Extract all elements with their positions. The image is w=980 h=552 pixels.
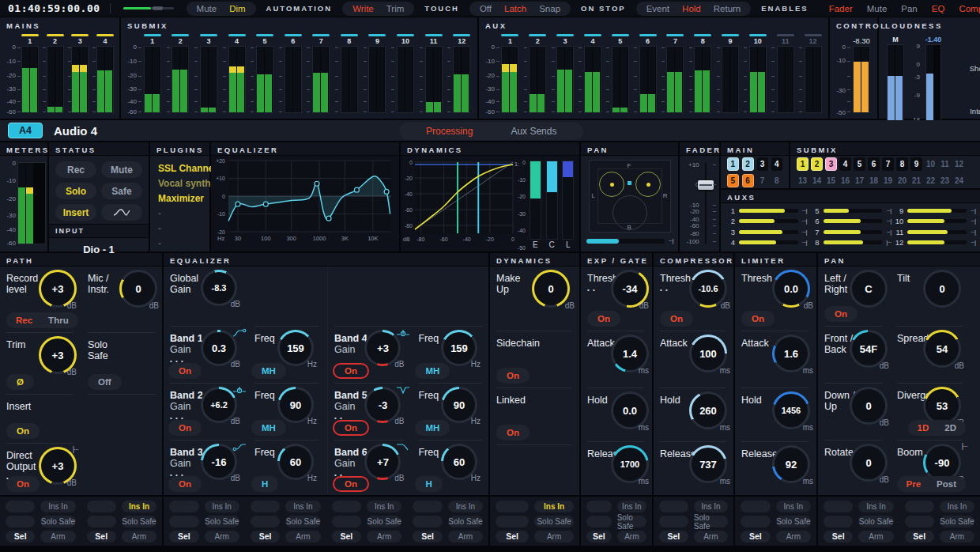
submix-assign-button-9[interactable]: 9: [910, 157, 922, 171]
submix-assign-button-14[interactable]: 14: [811, 174, 823, 187]
insert-in-button[interactable]: [169, 501, 199, 512]
select-button[interactable]: Sel: [6, 531, 35, 543]
plugin-slot-3[interactable]: Maximizer: [158, 192, 202, 206]
solo-safe-indicator[interactable]: Solo Safe: [940, 516, 974, 527]
submix-assign-button-15[interactable]: 15: [825, 174, 837, 187]
submix-assign-button-4[interactable]: 4: [839, 157, 851, 171]
arm-button[interactable]: Arm: [858, 531, 893, 543]
aux-send-level[interactable]: [824, 209, 883, 213]
insert-in-indicator[interactable]: Ins In: [617, 501, 646, 512]
main-assign-button-7[interactable]: 7: [757, 174, 768, 187]
arm-button[interactable]: Arm: [285, 531, 320, 543]
aux-send-level[interactable]: [739, 209, 798, 213]
pan-diverge-1d[interactable]: 1D: [910, 423, 937, 433]
direct-output-button[interactable]: On: [6, 476, 40, 492]
solo-safe-indicator[interactable]: Solo Safe: [367, 516, 401, 527]
record-level-rec[interactable]: Rec: [8, 316, 40, 325]
band-1-range-button[interactable]: MH: [251, 363, 286, 379]
band-6-on-button[interactable]: On: [333, 476, 369, 492]
touch-mode-latch[interactable]: Latch: [498, 3, 533, 14]
solo-safe-indicator[interactable]: Solo Safe: [285, 516, 320, 527]
status-solo-button[interactable]: Solo: [55, 183, 96, 199]
arm-button[interactable]: Arm: [940, 531, 974, 543]
solo-safe-indicator[interactable]: Solo Safe: [776, 516, 811, 527]
insert-in-button[interactable]: [741, 501, 771, 512]
band-6-range-button[interactable]: H: [415, 476, 442, 492]
aux-send-level[interactable]: [824, 230, 883, 234]
select-button[interactable]: Sel: [87, 531, 116, 543]
waveform-icon-button[interactable]: [101, 204, 142, 221]
solo-safe-button[interactable]: [169, 516, 199, 527]
aux-send-level[interactable]: [739, 219, 798, 223]
pan-position-field[interactable]: FBLR: [589, 160, 671, 233]
solo-safe-indicator[interactable]: Solo Safe: [534, 516, 574, 527]
insert-in-indicator[interactable]: Ins In: [205, 501, 239, 512]
submix-assign-button-1[interactable]: 1: [797, 157, 808, 171]
insert-in-button[interactable]: [496, 501, 529, 512]
plugin-slot-1[interactable]: SSL Channel: [158, 162, 202, 176]
band-1-on-button[interactable]: On: [168, 363, 202, 379]
submix-assign-button-17[interactable]: 17: [854, 174, 865, 187]
solo-safe-button[interactable]: [659, 516, 688, 527]
arm-button[interactable]: Arm: [694, 531, 728, 543]
insert-in-indicator[interactable]: Ins In: [940, 501, 974, 512]
insert-in-indicator[interactable]: Ins In: [40, 501, 75, 512]
submix-assign-button-13[interactable]: 13: [797, 174, 808, 187]
submix-assign-button-7[interactable]: 7: [882, 157, 894, 171]
enables-mute[interactable]: Mute: [861, 3, 894, 14]
solo-safe-button[interactable]: [251, 516, 281, 527]
submix-assign-button-18[interactable]: 18: [868, 174, 880, 187]
solo-safe-button[interactable]: [741, 516, 771, 527]
automation-mode-write[interactable]: Write: [346, 3, 380, 14]
insert-in-indicator[interactable]: Ins In: [534, 501, 574, 512]
plugin-slot-4[interactable]: -: [158, 207, 202, 221]
record-level-thru[interactable]: Thru: [40, 316, 77, 325]
band-2-on-button[interactable]: On: [168, 420, 202, 436]
solo-safe-button[interactable]: [413, 516, 443, 527]
main-assign-button-2[interactable]: 2: [742, 157, 754, 171]
arm-button[interactable]: Arm: [534, 531, 574, 543]
insert-in-button[interactable]: [6, 501, 35, 512]
monitor-level-slider[interactable]: [123, 7, 174, 9]
main-assign-button-1[interactable]: 1: [727, 157, 739, 171]
insert-in-button[interactable]: [251, 501, 281, 512]
main-assign-button-4[interactable]: 4: [771, 157, 782, 171]
solo-safe-button[interactable]: [87, 516, 116, 527]
select-button[interactable]: Sel: [332, 531, 362, 543]
submix-assign-button-19[interactable]: 19: [882, 174, 894, 187]
enables-eq[interactable]: EQ: [925, 3, 952, 14]
band-5-on-button[interactable]: On: [333, 420, 369, 436]
pan-slider[interactable]: [586, 239, 665, 244]
solo-safe-button[interactable]: Off: [88, 374, 122, 390]
select-button[interactable]: Sel: [251, 531, 281, 543]
arm-button[interactable]: Arm: [448, 531, 483, 543]
aux-send-level[interactable]: [739, 230, 798, 234]
solo-safe-button[interactable]: [496, 516, 529, 527]
solo-safe-button[interactable]: [905, 516, 934, 527]
solo-safe-indicator[interactable]: Solo Safe: [858, 516, 893, 527]
main-assign-button-5[interactable]: 5: [727, 174, 739, 187]
enables-comp[interactable]: Comp: [952, 3, 980, 14]
submix-assign-button-5[interactable]: 5: [854, 157, 865, 171]
band-3-range-button[interactable]: H: [251, 476, 278, 492]
aux-send-level[interactable]: [907, 240, 967, 244]
pan-diverge-2d[interactable]: 2D: [937, 423, 964, 433]
arm-button[interactable]: Arm: [205, 531, 239, 543]
automation-mode-trim[interactable]: Trim: [380, 3, 411, 14]
band-5-range-button[interactable]: MH: [415, 420, 450, 436]
select-button[interactable]: Sel: [586, 531, 612, 543]
submix-assign-button-20[interactable]: 20: [896, 174, 908, 187]
arm-button[interactable]: Arm: [617, 531, 646, 543]
aux-send-level[interactable]: [907, 219, 967, 223]
insert-button[interactable]: On: [6, 423, 40, 439]
pan-right-source[interactable]: [635, 172, 661, 197]
solo-safe-indicator[interactable]: Solo Safe: [694, 516, 728, 527]
aux-send-level[interactable]: [824, 219, 883, 223]
aux-send-level[interactable]: [739, 240, 798, 244]
select-button[interactable]: Sel: [905, 531, 934, 543]
compressor-thresh-button[interactable]: On: [660, 311, 693, 327]
submix-assign-button-22[interactable]: 22: [925, 174, 937, 187]
pan-left-right-knob[interactable]: C: [850, 270, 888, 308]
pan-boom-post[interactable]: Post: [929, 479, 964, 489]
status-mute-button[interactable]: Mute: [101, 161, 142, 178]
